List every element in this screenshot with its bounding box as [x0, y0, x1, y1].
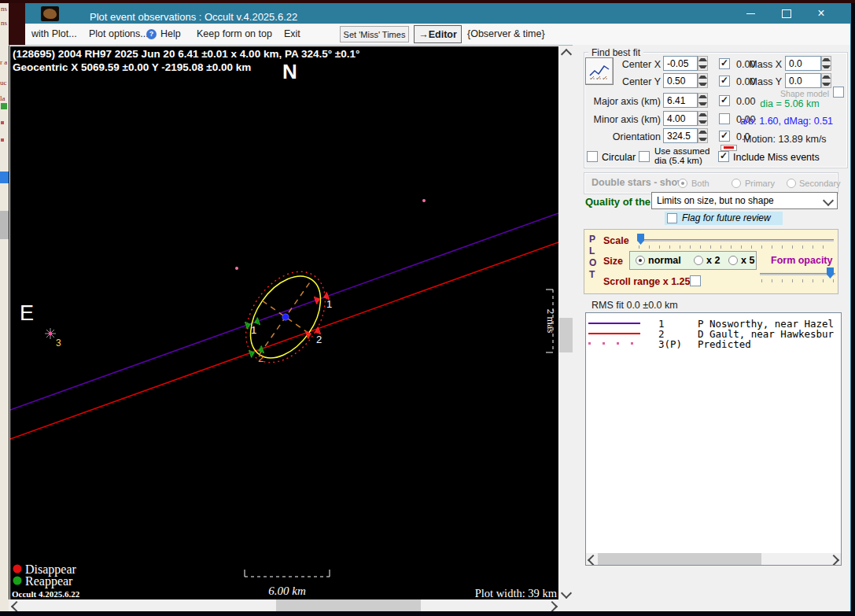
- chord-observer-1: [10, 213, 558, 410]
- mass-y-spinner[interactable]: [821, 73, 831, 88]
- scroll-up-icon[interactable]: [562, 50, 570, 58]
- minor-axis-spinner[interactable]: [698, 111, 708, 126]
- horizontal-scrollbar-thumb[interactable]: [276, 599, 421, 611]
- size-normal-radio[interactable]: [636, 256, 645, 265]
- use-assumed-label-1: Use assumed: [654, 146, 709, 156]
- vertical-scrollbar-thumb[interactable]: [559, 318, 573, 352]
- observer-3-name: Predicted: [698, 338, 751, 350]
- center-y-label: Center Y: [594, 76, 661, 87]
- mass-x-input[interactable]: 0.0: [785, 56, 821, 71]
- list-scroll-left-icon[interactable]: [589, 556, 597, 564]
- predicted-station-star: [45, 328, 56, 339]
- plot-letter-t: T: [589, 269, 595, 280]
- minimize-button[interactable]: [738, 3, 763, 24]
- form-opacity-ticks: [761, 279, 834, 282]
- list-scroll-right-icon[interactable]: [830, 556, 838, 564]
- double-primary-label: Primary: [745, 179, 775, 188]
- shape-model-checkbox[interactable]: [833, 87, 844, 98]
- center-y-input[interactable]: 0.50: [663, 73, 698, 88]
- center-x-spinner[interactable]: [698, 56, 708, 71]
- double-secondary-radio[interactable]: [787, 179, 796, 188]
- station-label-1-right: 1: [326, 298, 332, 310]
- center-x-input[interactable]: -0.05: [663, 56, 698, 71]
- background-window-fragment: ns ns r a uc la: [0, 3, 9, 611]
- sliver-text: ns: [1, 19, 7, 27]
- size-x5-radio[interactable]: [728, 256, 738, 265]
- scale-bar-label: 6.00 km: [268, 585, 306, 597]
- ellipse-center-dot: [281, 312, 289, 321]
- observer-list[interactable]: 1 P Nosworthy, near Hazel 2 D Gault, nea…: [585, 312, 842, 566]
- help-icon: ?: [146, 29, 157, 39]
- shape-model-label: Shape model: [747, 89, 829, 98]
- quality-combobox[interactable]: Limits on size, but no shape: [651, 192, 838, 209]
- minor-axis-input[interactable]: 4.00: [663, 111, 698, 126]
- menu-help[interactable]: Help: [160, 28, 181, 39]
- plot-area[interactable]: 3: [9, 46, 559, 600]
- menu-keep-on-top[interactable]: Keep form on top: [197, 28, 272, 39]
- scroll-range-checkbox[interactable]: [690, 275, 701, 286]
- plot-letter-p: P: [589, 234, 595, 245]
- double-both-label: Both: [691, 179, 709, 188]
- scroll-range-label: Scroll range x 1.25: [603, 276, 690, 287]
- use-assumed-label-2: dia (5.4 km): [654, 156, 702, 165]
- size-normal-label: normal: [648, 255, 681, 266]
- size-x2-radio[interactable]: [694, 256, 703, 265]
- list-horizontal-scrollbar[interactable]: [586, 553, 841, 565]
- occultation-plot: 3: [10, 46, 558, 599]
- scale-bar-ticks: [245, 570, 330, 577]
- orientation-spinner[interactable]: [698, 128, 708, 143]
- menu-with-plot[interactable]: with Plot...: [31, 28, 77, 39]
- use-assumed-checkbox[interactable]: [639, 151, 650, 162]
- plot-horizontal-scrollbar[interactable]: [9, 599, 559, 611]
- center-x-fix-checkbox[interactable]: [719, 58, 730, 69]
- chord-observer-2: [10, 242, 558, 439]
- flag-review-checkbox[interactable]: [667, 213, 677, 223]
- scroll-down-icon[interactable]: [562, 589, 570, 597]
- close-button[interactable]: ×: [809, 3, 834, 24]
- predicted-path-dot: [235, 267, 238, 270]
- menu-plot-options[interactable]: Plot options...: [89, 28, 149, 39]
- scale-label: Scale: [603, 235, 629, 246]
- double-secondary-label: Secondary: [799, 179, 841, 188]
- center-y-fix-checkbox[interactable]: [719, 76, 730, 87]
- observer-time-label: {Observer & time}: [467, 28, 545, 39]
- sliver-text: r a: [0, 58, 7, 66]
- major-axis-spinner[interactable]: [698, 93, 708, 108]
- major-axis-fix-checkbox[interactable]: [719, 95, 730, 106]
- scroll-left-icon[interactable]: [13, 603, 20, 610]
- form-opacity-label: Form opacity: [771, 255, 833, 266]
- include-miss-checkbox[interactable]: [718, 151, 729, 162]
- scale-slider-ticks: [639, 245, 832, 249]
- set-miss-times-button[interactable]: Set 'Miss' Times: [340, 26, 409, 42]
- title-bar: Plot event observations : Occult v.4.202…: [9, 3, 851, 24]
- form-opacity-track[interactable]: [760, 273, 835, 275]
- include-miss-label: Include Miss events: [733, 152, 820, 163]
- list-scrollbar-thumb[interactable]: [598, 553, 761, 565]
- major-axis-input[interactable]: 6.41: [663, 93, 698, 108]
- editor-button[interactable]: →Editor: [414, 25, 462, 43]
- background-strip: [0, 611, 855, 616]
- double-primary-radio[interactable]: [732, 179, 741, 188]
- mass-y-input[interactable]: 0.0: [785, 73, 821, 88]
- orientation-fix-checkbox[interactable]: [719, 131, 730, 142]
- scale-slider-track[interactable]: [637, 239, 834, 242]
- flag-review-highlight: Flag for future review: [665, 212, 783, 225]
- mass-x-spinner[interactable]: [821, 56, 831, 71]
- circular-label: Circular: [602, 152, 636, 163]
- background-window-fragment: [9, 3, 25, 45]
- plot-letter-l: L: [589, 245, 595, 256]
- double-both-radio[interactable]: [678, 179, 687, 188]
- orientation-input[interactable]: 324.5: [663, 128, 698, 143]
- sliver-text: la: [0, 94, 6, 102]
- center-y-spinner[interactable]: [698, 73, 708, 88]
- plot-vertical-scrollbar[interactable]: [559, 46, 573, 600]
- observer-1-line-swatch: [588, 323, 640, 324]
- circular-checkbox[interactable]: [587, 151, 598, 162]
- scroll-right-icon[interactable]: [548, 603, 556, 610]
- maximize-button[interactable]: [774, 3, 799, 24]
- reappear-legend-label: Reappear: [25, 574, 73, 588]
- menu-exit[interactable]: Exit: [284, 28, 300, 39]
- minimize-icon: [746, 13, 755, 14]
- plot-header-line1: (128695) 2004 RH97 2025 Jun 20 6.41 ±0.0…: [13, 48, 359, 60]
- sliver-selected-row: [0, 172, 9, 183]
